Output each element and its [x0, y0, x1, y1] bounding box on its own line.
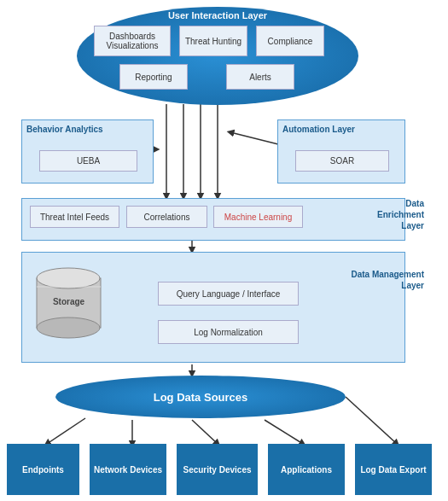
diagram: User Interaction Layer Dashboards Visual…	[0, 0, 448, 501]
network-devices-label: Network Devices	[94, 465, 162, 475]
ueba-label: UEBA	[77, 156, 100, 166]
applications-label: Applications	[281, 465, 332, 475]
svg-point-18	[37, 268, 100, 288]
dashboards-box: Dashboards Visualizations	[94, 26, 171, 56]
log-data-export-label: Log Data Export	[360, 465, 426, 475]
threat-intel-label: Threat Intel Feeds	[40, 213, 109, 222]
security-devices-box: Security Devices	[177, 444, 258, 495]
query-language-box: Query Language / Interface	[158, 282, 299, 306]
compliance-box: Compliance	[256, 26, 324, 56]
security-devices-label: Security Devices	[183, 465, 251, 475]
endpoints-label: Endpoints	[22, 465, 64, 475]
log-data-sources-ellipse: Log Data Sources	[55, 376, 346, 418]
query-language-label: Query Language / Interface	[177, 289, 281, 299]
svg-point-19	[37, 317, 100, 338]
svg-line-15	[265, 420, 303, 444]
correlations-box: Correlations	[126, 206, 207, 228]
log-normalization-box: Log Normalization	[158, 320, 299, 344]
network-devices-box: Network Devices	[90, 444, 166, 495]
endpoints-box: Endpoints	[7, 444, 79, 495]
applications-box: Applications	[268, 444, 345, 495]
enrichment-layer-label: DataEnrichmentLayer	[377, 198, 424, 231]
behavior-analytics-box: Behavior Analytics UEBA	[21, 119, 154, 184]
management-layer-label: Data ManagementLayer	[351, 269, 424, 291]
reporting-box: Reporting	[119, 64, 188, 90]
ueba-box: UEBA	[39, 150, 137, 172]
threat-hunting-box: Threat Hunting	[179, 26, 247, 56]
log-normalization-label: Log Normalization	[194, 328, 263, 337]
svg-line-12	[47, 418, 85, 444]
storage-cylinder: Storage	[32, 263, 105, 340]
alerts-box: Alerts	[226, 64, 294, 90]
automation-label: Automation Layer	[282, 125, 355, 134]
reporting-label: Reporting	[135, 73, 172, 82]
soar-label: SOAR	[330, 156, 354, 166]
compliance-label: Compliance	[268, 37, 313, 46]
threat-intel-box: Threat Intel Feeds	[30, 206, 119, 228]
log-data-export-box: Log Data Export	[355, 444, 432, 495]
automation-box: Automation Layer SOAR	[277, 119, 405, 184]
alerts-label: Alerts	[249, 73, 271, 82]
behavior-analytics-label: Behavior Analytics	[26, 125, 103, 134]
machine-learning-label: Machine Learning	[224, 213, 293, 222]
dashboards-label: Dashboards Visualizations	[96, 32, 168, 50]
log-data-sources-label: Log Data Sources	[154, 391, 248, 404]
svg-line-16	[346, 397, 397, 444]
svg-line-14	[192, 420, 218, 444]
storage-label: Storage	[32, 297, 105, 306]
soar-box: SOAR	[295, 150, 389, 172]
threat-hunting-label: Threat Hunting	[185, 37, 241, 46]
machine-learning-box: Machine Learning	[213, 206, 303, 228]
correlations-label: Correlations	[144, 213, 190, 222]
